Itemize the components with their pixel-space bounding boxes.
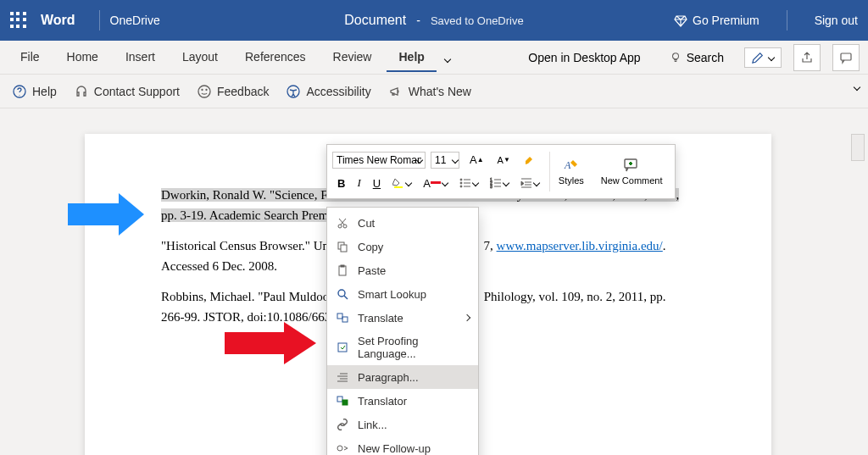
highlight-icon	[392, 177, 404, 189]
svg-point-4	[202, 89, 203, 90]
svg-rect-7	[394, 186, 403, 188]
menu-label: Link...	[358, 419, 387, 431]
numbering-button[interactable]: 123	[485, 174, 514, 192]
menu-label: New Follow-up	[358, 442, 431, 455]
app-launcher-icon[interactable]	[10, 12, 27, 29]
font-family-select[interactable]	[332, 152, 426, 169]
italic-button[interactable]: I	[352, 173, 365, 193]
hyperlink[interactable]: www.mapserver.lib.virginia.edu/	[497, 239, 663, 252]
menu-copy[interactable]: Copy	[327, 235, 478, 258]
ruler-tab[interactable]	[851, 134, 865, 161]
indent-icon	[520, 177, 532, 189]
search-button[interactable]: Search	[661, 44, 732, 71]
styles-icon: A	[563, 157, 580, 174]
megaphone-icon	[388, 84, 403, 99]
menu-cut[interactable]: Cut	[327, 211, 478, 235]
editing-mode-button[interactable]	[744, 47, 782, 68]
tab-help[interactable]: Help	[387, 43, 436, 72]
divider	[787, 10, 787, 31]
context-menu: Cut Copy Paste Smart Lookup Translate Se…	[326, 207, 479, 455]
styles-label: Styles	[559, 175, 584, 186]
format-painter-button[interactable]	[519, 151, 541, 169]
divider	[99, 10, 100, 31]
menu-label: Copy	[358, 241, 383, 253]
help-button[interactable]: Help	[12, 84, 57, 99]
menu-label: Paste	[358, 264, 386, 277]
share-icon	[800, 51, 814, 64]
contact-support-button[interactable]: Contact Support	[74, 84, 180, 99]
bullets-icon	[459, 177, 471, 189]
translate-icon	[336, 311, 349, 325]
feedback-label: Feedback	[217, 85, 269, 98]
menu-label: Cut	[358, 217, 375, 230]
underline-button[interactable]: U	[368, 174, 386, 193]
accessibility-button[interactable]: Accessibility	[286, 84, 370, 99]
bold-button[interactable]: B	[332, 174, 350, 193]
svg-point-32	[338, 290, 345, 297]
svg-text:A: A	[564, 159, 571, 171]
brush-icon	[524, 154, 536, 166]
tab-references[interactable]: References	[233, 43, 318, 72]
increase-font-button[interactable]: A▲	[465, 150, 489, 169]
search-icon	[336, 287, 349, 301]
svg-point-10	[460, 182, 462, 184]
document-name[interactable]: Document	[344, 13, 406, 28]
location-label[interactable]: OneDrive	[110, 14, 160, 27]
highlight-button[interactable]	[387, 174, 416, 192]
tab-layout[interactable]: Layout	[170, 43, 230, 72]
svg-point-0	[672, 53, 678, 58]
comment-plus-icon	[623, 157, 640, 174]
tab-review[interactable]: Review	[321, 43, 384, 72]
text: "Historical Census Browser." Un	[161, 239, 329, 252]
tab-file[interactable]: File	[8, 43, 52, 72]
menu-paragraph[interactable]: Paragraph...	[327, 365, 478, 389]
whats-new-button[interactable]: What's New	[388, 84, 471, 99]
signout-button[interactable]: Sign out	[815, 14, 858, 27]
premium-label: Go Premium	[693, 14, 760, 27]
styles-button[interactable]: A Styles	[550, 152, 593, 191]
diamond-icon	[674, 14, 687, 27]
text: 7,	[484, 239, 497, 252]
decrease-font-button[interactable]: A▼	[492, 152, 515, 169]
menu-label: Set Proofing Language...	[358, 335, 470, 360]
menu-paste[interactable]: Paste	[327, 258, 478, 282]
paragraph-icon	[336, 370, 349, 384]
share-button[interactable]	[793, 44, 821, 71]
collapse-ribbon-chevron[interactable]	[854, 78, 860, 93]
accessibility-icon	[286, 84, 301, 99]
comment-icon	[839, 51, 853, 64]
menu-translator[interactable]: Translator	[327, 389, 478, 413]
menu-smart-lookup[interactable]: Smart Lookup	[327, 282, 478, 306]
svg-rect-30	[339, 266, 346, 275]
menu-link[interactable]: Link...	[327, 413, 478, 436]
ribbon-tabs: File Home Insert Layout References Revie…	[0, 41, 868, 75]
menu-followup[interactable]: New Follow-up	[327, 436, 478, 455]
translator-icon	[336, 394, 349, 408]
svg-rect-31	[341, 265, 344, 267]
lightbulb-icon	[670, 52, 682, 64]
svg-rect-1	[841, 53, 851, 60]
app-name: Word	[41, 13, 75, 28]
menu-translate[interactable]: Translate	[327, 306, 478, 330]
menu-label: Translate	[358, 312, 403, 325]
bullets-button[interactable]	[454, 174, 483, 192]
open-desktop-button[interactable]: Open in Desktop App	[520, 44, 648, 71]
feedback-button[interactable]: Feedback	[197, 84, 269, 99]
tab-home[interactable]: Home	[55, 43, 110, 72]
svg-point-5	[206, 89, 207, 90]
search-label: Search	[687, 51, 724, 64]
dash: -	[416, 14, 420, 27]
svg-point-26	[338, 225, 342, 228]
title-bar: Word OneDrive Document - Saved to OneDri…	[0, 0, 868, 41]
indent-button[interactable]	[515, 174, 544, 192]
accessibility-label: Accessibility	[306, 85, 370, 98]
new-comment-button[interactable]: New Comment	[593, 152, 671, 191]
go-premium-button[interactable]: Go Premium	[674, 14, 760, 27]
text: Robbins, Michael. "Paul Muldoo	[161, 290, 329, 303]
tabs-overflow-chevron[interactable]	[440, 43, 455, 72]
menu-proofing-language[interactable]: Set Proofing Language...	[327, 330, 478, 365]
link-icon	[336, 418, 349, 431]
comments-button[interactable]	[832, 44, 860, 71]
tab-insert[interactable]: Insert	[114, 43, 167, 72]
font-color-button[interactable]: A	[418, 174, 453, 193]
